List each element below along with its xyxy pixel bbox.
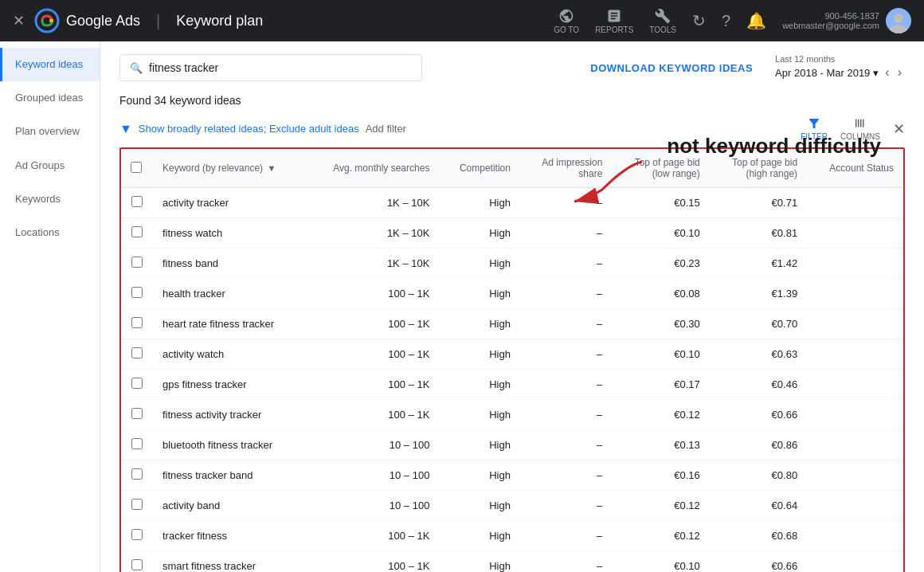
select-all-checkbox[interactable] xyxy=(131,162,142,173)
row-checkbox-cell xyxy=(121,460,153,491)
sidebar-item-locations[interactable]: Locations xyxy=(0,216,100,249)
row-checkbox-7[interactable] xyxy=(131,408,143,419)
avatar[interactable] xyxy=(886,8,911,33)
row-checkbox-3[interactable] xyxy=(131,287,143,298)
bid-high-cell: €0.80 xyxy=(710,460,807,491)
row-checkbox-cell xyxy=(121,400,153,430)
bid-low-cell: €0.16 xyxy=(612,460,709,491)
sidebar-item-keywords[interactable]: Keywords xyxy=(0,182,100,216)
sidebar-item-keyword-ideas[interactable]: Keyword ideas xyxy=(0,48,100,81)
competition-cell: High xyxy=(439,430,520,460)
ad-impression-cell: – xyxy=(520,218,612,249)
sidebar-item-plan-overview[interactable]: Plan overview xyxy=(0,115,100,148)
account-status-cell xyxy=(807,491,903,521)
app-layout: Keyword ideas Grouped ideas Plan overvie… xyxy=(0,41,924,572)
account-info: 900-456-1837 webmaster@google.com xyxy=(782,8,911,33)
filter-button[interactable]: FILTER xyxy=(801,116,828,141)
keyword-cell: fitness tracker band xyxy=(153,460,306,491)
avg-monthly-cell: 1K – 10K xyxy=(306,218,440,249)
ad-impression-cell: – xyxy=(520,551,612,573)
ad-impression-cell: – xyxy=(520,400,612,430)
keyword-cell: bluetooth fitness tracker xyxy=(153,430,306,460)
account-status-cell xyxy=(807,279,903,309)
sidebar-item-ad-groups[interactable]: Ad Groups xyxy=(0,149,100,182)
keyword-cell: fitness activity tracker xyxy=(153,400,306,430)
date-range: Last 12 months Apr 2018 - Mar 2019 ▾ ‹ › xyxy=(775,54,905,81)
filter-link[interactable]: Show broadly related ideas; Exclude adul… xyxy=(139,123,359,135)
add-filter-button[interactable]: Add filter xyxy=(366,123,406,135)
bid-low-cell: €0.12 xyxy=(612,521,709,551)
row-checkbox-0[interactable] xyxy=(131,196,143,207)
main-content: 🔍 DOWNLOAD KEYWORD IDEAS Last 12 months … xyxy=(100,41,924,572)
notifications-icon[interactable]: 🔔 xyxy=(746,11,766,30)
row-checkbox-1[interactable] xyxy=(131,226,143,237)
download-keyword-ideas-button[interactable]: DOWNLOAD KEYWORD IDEAS xyxy=(581,56,762,80)
avg-monthly-cell: 10 – 100 xyxy=(306,491,440,521)
row-checkbox-6[interactable] xyxy=(131,378,143,389)
competition-cell: High xyxy=(439,400,520,430)
row-checkbox-cell xyxy=(121,370,153,400)
date-prev-button[interactable]: ‹ xyxy=(882,64,892,81)
table-row: tracker fitness 100 – 1K High – €0.12 €0… xyxy=(121,521,903,551)
keyword-cell: gps fitness tracker xyxy=(153,370,306,400)
bid-low-cell: €0.12 xyxy=(612,491,709,521)
header-checkbox-cell xyxy=(121,149,153,188)
row-checkbox-9[interactable] xyxy=(131,468,143,480)
table-row: activity watch 100 – 1K High – €0.10 €0.… xyxy=(121,339,903,370)
bid-low-cell: €0.10 xyxy=(612,551,709,573)
search-box[interactable]: 🔍 xyxy=(119,54,422,81)
table-header-row: Keyword (by relevance) ▼ Avg. monthly se… xyxy=(121,149,903,188)
refresh-icon[interactable]: ↻ xyxy=(692,11,706,30)
header-avg-monthly: Avg. monthly searches xyxy=(306,149,440,188)
sidebar-item-grouped-ideas[interactable]: Grouped ideas xyxy=(0,81,100,115)
search-row: 🔍 DOWNLOAD KEYWORD IDEAS Last 12 months … xyxy=(119,54,905,81)
account-status-cell xyxy=(807,551,903,573)
row-checkbox-12[interactable] xyxy=(131,559,143,570)
search-input[interactable] xyxy=(149,61,412,74)
date-next-button[interactable]: › xyxy=(895,64,905,81)
help-icon[interactable]: ? xyxy=(722,12,730,30)
keywords-table-wrapper: Keyword (by relevance) ▼ Avg. monthly se… xyxy=(119,147,905,572)
sidebar: Keyword ideas Grouped ideas Plan overvie… xyxy=(0,41,100,572)
date-dropdown-icon[interactable]: ▾ xyxy=(873,67,879,79)
row-checkbox-4[interactable] xyxy=(131,317,143,328)
table-row: smart fitness tracker 100 – 1K High – €0… xyxy=(121,551,903,573)
bid-low-cell: €0.17 xyxy=(612,370,709,400)
row-checkbox-cell xyxy=(121,551,153,573)
account-status-cell xyxy=(807,430,903,460)
ad-impression-cell: – xyxy=(520,491,612,521)
row-checkbox-5[interactable] xyxy=(131,347,143,358)
close-icon[interactable]: ✕ xyxy=(13,12,25,29)
avg-monthly-cell: 100 – 1K xyxy=(306,309,440,339)
bid-high-cell: €0.64 xyxy=(710,491,807,521)
avg-monthly-cell: 10 – 100 xyxy=(306,460,440,491)
reset-button[interactable]: ✕ xyxy=(893,120,905,138)
bid-high-cell: €0.81 xyxy=(710,218,807,249)
goto-button[interactable]: GO TO xyxy=(554,8,579,34)
row-checkbox-cell xyxy=(121,279,153,309)
bid-low-cell: €0.10 xyxy=(612,339,709,370)
ad-impression-cell: – xyxy=(520,460,612,491)
account-status-cell xyxy=(807,400,903,430)
account-status-cell xyxy=(807,309,903,339)
bid-high-cell: €0.70 xyxy=(710,309,807,339)
row-checkbox-11[interactable] xyxy=(131,529,143,540)
row-checkbox-10[interactable] xyxy=(131,499,143,510)
table-row: fitness watch 1K – 10K High – €0.10 €0.8… xyxy=(121,218,903,249)
header-account-status: Account Status xyxy=(807,149,903,188)
competition-cell: High xyxy=(439,551,520,573)
account-details: 900-456-1837 webmaster@google.com xyxy=(782,11,879,30)
row-checkbox-2[interactable] xyxy=(131,257,143,268)
row-checkbox-8[interactable] xyxy=(131,438,143,449)
date-range-label: Last 12 months xyxy=(775,54,905,64)
google-logo-icon xyxy=(34,8,60,33)
account-status-cell xyxy=(807,460,903,491)
nav-divider: | xyxy=(156,12,160,30)
keyword-cell: activity tracker xyxy=(153,188,306,218)
header-ad-impression: Ad impressionshare xyxy=(520,149,612,188)
reports-button[interactable]: REPORTS xyxy=(595,8,633,34)
columns-button[interactable]: COLUMNS xyxy=(840,116,880,141)
tools-button[interactable]: TOOLS xyxy=(649,8,676,34)
columns-label: COLUMNS xyxy=(840,132,880,141)
avg-monthly-cell: 1K – 10K xyxy=(306,249,440,279)
